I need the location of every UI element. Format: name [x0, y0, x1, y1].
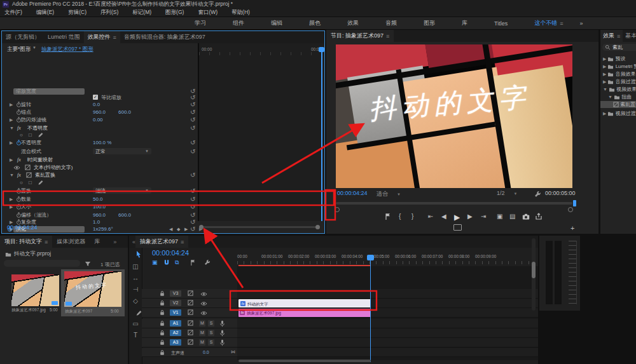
- proxy-toggle-button[interactable]: [453, 224, 462, 231]
- menu-window[interactable]: 窗口(W): [198, 9, 218, 17]
- extract-button[interactable]: ▤: [509, 213, 515, 220]
- timeline-vscrollbar-thumb[interactable]: [532, 262, 536, 278]
- workspace-effects[interactable]: 效果: [334, 19, 372, 27]
- text-layer-label[interactable]: 文本(抖动的文字): [34, 164, 73, 171]
- insert-nest-toggle[interactable]: ▣: [152, 259, 158, 266]
- tab-lumetri-scopes[interactable]: Lumetri 范围: [44, 31, 84, 43]
- comparison-view-button[interactable]: [535, 213, 543, 220]
- menu-help[interactable]: 帮助(H): [232, 9, 250, 17]
- menu-markers[interactable]: 标记(M): [132, 9, 151, 17]
- anti-flicker-value[interactable]: 0.00: [93, 116, 103, 123]
- reset-icon[interactable]: ↺: [190, 148, 195, 155]
- lock-icon[interactable]: [160, 339, 165, 346]
- pen-mask-icon[interactable]: [38, 180, 43, 185]
- project-item-thumbnail[interactable]: [11, 274, 59, 306]
- solo-toggle[interactable]: S: [208, 330, 214, 336]
- menu-edit[interactable]: 编辑(E): [36, 9, 54, 17]
- next-keyframe-icon[interactable]: ▶: [184, 226, 188, 233]
- workspace-editing[interactable]: 编辑: [258, 19, 296, 27]
- lift-button[interactable]: ▣: [497, 213, 502, 220]
- panel-menu-icon[interactable]: ≡: [386, 33, 389, 39]
- mute-toggle[interactable]: M: [199, 339, 205, 346]
- workspace-learn[interactable]: 学习: [181, 19, 219, 27]
- sync-lock-icon[interactable]: [188, 339, 193, 345]
- slip-tool[interactable]: ◇: [129, 297, 142, 304]
- item-name[interactable]: 抽象派艺术097: [65, 309, 92, 314]
- ripple-edit-tool[interactable]: ↔: [129, 274, 142, 281]
- snap-magnet-icon[interactable]: [163, 259, 170, 266]
- lock-icon[interactable]: [160, 300, 165, 306]
- settings-wrench-icon[interactable]: [534, 191, 541, 198]
- ec-playhead-cap[interactable]: [319, 47, 324, 52]
- scrub-handle-right[interactable]: [568, 207, 573, 212]
- hand-tool[interactable]: ▭: [129, 320, 142, 327]
- tree-item-presets[interactable]: ▶ 预设: [603, 55, 626, 62]
- tab-effect-controls[interactable]: 效果控件≡: [84, 31, 120, 43]
- sync-lock-icon[interactable]: [188, 300, 193, 306]
- tab-media-browser[interactable]: 媒体浏览器: [52, 236, 90, 248]
- clip-jitter-text[interactable]: fx抖动的文字: [238, 299, 371, 307]
- tree-item-lumetri-presets[interactable]: ▶ Lumetri 预设: [603, 63, 636, 70]
- panel-menu-icon[interactable]: ≡: [617, 33, 620, 39]
- tree-item-video-effects[interactable]: ▼ 视频效果: [603, 86, 636, 93]
- lock-icon[interactable]: [160, 320, 165, 327]
- effects-search-box[interactable]: [602, 44, 636, 51]
- timeline-hscrollbar[interactable]: [238, 360, 371, 362]
- program-scrubber[interactable]: [336, 202, 572, 205]
- step-back-button[interactable]: ◀: [441, 213, 446, 220]
- mark-in-button[interactable]: {: [399, 213, 401, 220]
- linked-selection-toggle[interactable]: ⧉: [175, 259, 179, 266]
- track-target-a1[interactable]: A1: [170, 320, 181, 327]
- selection-tool[interactable]: [132, 250, 145, 258]
- reset-icon[interactable]: ↺: [190, 101, 195, 108]
- ec-timecode[interactable]: 00:00:04:24: [7, 224, 38, 231]
- eye-icon[interactable]: [13, 165, 20, 170]
- twirl-icon[interactable]: ▶: [10, 203, 13, 210]
- tab-effects[interactable]: 效果≡: [600, 30, 623, 42]
- tab-audio-clip-mixer[interactable]: 音频剪辑混合器: 抽象派艺术097: [120, 31, 209, 43]
- eye-icon[interactable]: [200, 292, 207, 297]
- ellipse-mask-icon[interactable]: ○: [20, 179, 23, 186]
- timeline-playhead-line[interactable]: [370, 260, 371, 362]
- tree-item-audio-effects[interactable]: ▶ 音频效果: [603, 71, 636, 78]
- tab-project[interactable]: 项目: 抖动文字≡: [0, 236, 52, 248]
- lock-icon[interactable]: [160, 330, 165, 336]
- rect-mask-icon[interactable]: □: [29, 131, 32, 138]
- effect-controls-timeline[interactable]: 00:00 00:0: [198, 43, 324, 221]
- track-select-tool[interactable]: ◫: [129, 263, 142, 270]
- ec-playhead[interactable]: [321, 48, 322, 221]
- goto-in-button[interactable]: ⇤: [428, 213, 433, 220]
- tab-libraries[interactable]: 库: [90, 236, 104, 248]
- size-value[interactable]: 100.0: [93, 203, 106, 210]
- program-frame[interactable]: 抖动的文字: [336, 44, 572, 188]
- add-marker-icon[interactable]: [190, 259, 196, 266]
- opacity-section-label[interactable]: 不透明度: [27, 125, 48, 131]
- type-tool[interactable]: T: [129, 332, 142, 339]
- twirl-icon[interactable]: ▶: [10, 196, 13, 203]
- master-clip-label[interactable]: 主要*图形: [7, 46, 31, 53]
- track-lane-v3[interactable]: [237, 289, 538, 299]
- tree-item-audio-transitions[interactable]: ▶ 音频过渡: [603, 78, 636, 85]
- sync-lock-icon[interactable]: [188, 309, 193, 315]
- reset-icon[interactable]: ↺: [190, 116, 195, 123]
- track-target-a2[interactable]: A2: [170, 330, 181, 336]
- anchor-x-value[interactable]: 960.0: [93, 109, 106, 116]
- tab-essential-graphics[interactable]: 基本图形: [623, 30, 636, 42]
- tab-sequence[interactable]: 抽象派艺术097≡: [135, 236, 188, 248]
- menu-sequence[interactable]: 序列(S): [100, 9, 118, 17]
- twirl-down-icon[interactable]: ▼: [10, 125, 14, 131]
- mute-toggle[interactable]: M: [199, 320, 205, 327]
- ec-zoom-scrollbar[interactable]: [200, 226, 319, 228]
- add-marker-button[interactable]: [385, 213, 391, 220]
- workspace-color[interactable]: 颜色: [296, 19, 334, 27]
- scrub-handle-left[interactable]: [335, 207, 340, 212]
- twirl-icon[interactable]: ▶: [10, 139, 13, 146]
- zoom-handle-left[interactable]: [199, 225, 204, 229]
- tab-program-monitor[interactable]: 节目: 抽象派艺术097≡: [326, 30, 394, 42]
- master-gain-value[interactable]: 0.0: [203, 350, 209, 354]
- offset-y-value[interactable]: 600.0: [118, 212, 131, 219]
- menu-graphics[interactable]: 图形(G): [165, 9, 184, 17]
- tab-source-monitor[interactable]: 源（无剪辑）: [2, 31, 44, 43]
- project-breadcrumb[interactable]: 抖动文字.prproj: [5, 250, 51, 258]
- mic-icon[interactable]: [219, 320, 225, 327]
